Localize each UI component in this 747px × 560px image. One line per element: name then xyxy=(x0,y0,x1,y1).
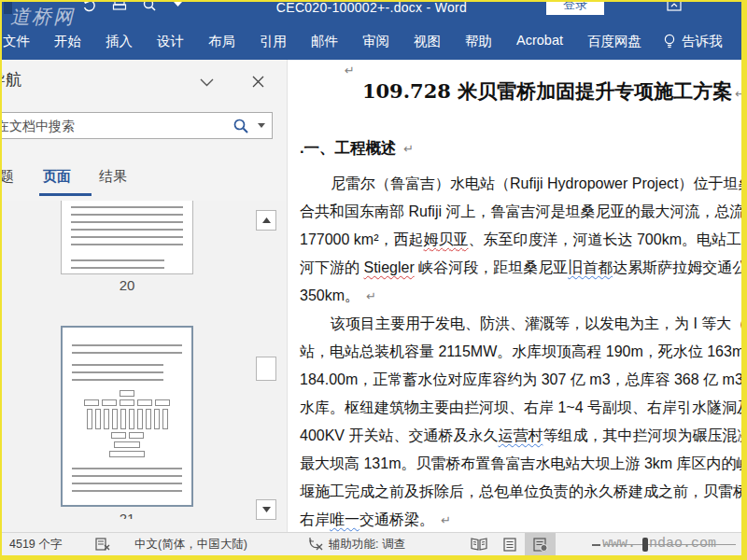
url-watermark-prefix: www. xyxy=(602,533,636,555)
paragraph-mark: ↵ xyxy=(345,63,355,77)
status-bar: 4519 个字 中文(简体，中国大陆) 辅助功能: 调查 www. ndao. xyxy=(2,532,741,555)
nav-tab-3[interactable]: 结果 xyxy=(99,168,127,186)
ribbon-tab-7[interactable]: 邮件 xyxy=(299,33,350,50)
word-count[interactable]: 4519 个字 xyxy=(9,533,62,555)
nav-scrollbar[interactable] xyxy=(256,201,276,532)
doc-line: 堰施工完成之前及拆除后，总包单位负责的永久桥建成之前，贝雷桥为连 xyxy=(300,478,741,506)
doc-line: 184.00m，正常蓄水位对应库容约为 307 亿 m3，总库容 368 亿 m… xyxy=(300,366,741,394)
paragraph-mark: ↵ xyxy=(437,513,451,527)
doc-line: 尼雷尔（鲁富吉）水电站（Rufiji Hydropower Project）位于… xyxy=(300,170,741,198)
scroll-down-icon[interactable] xyxy=(256,499,276,520)
tell-me-box[interactable]: 告诉我 xyxy=(654,33,723,50)
doc-line: 最大坝高 131m。贝雷桥布置鲁富吉水电站大坝上游 3km 库区内的峡谷上， xyxy=(300,450,741,478)
ribbon-tab-9[interactable]: 视图 xyxy=(402,33,453,50)
ribbon-tab-6[interactable]: 引用 xyxy=(247,33,299,50)
paragraph-mark: ↵ xyxy=(403,142,414,156)
url-watermark-suffix: ndao.com xyxy=(649,533,716,555)
site-watermark: 道桥网 xyxy=(10,4,75,30)
doc-line: 河下游的 Stiegler 峡谷河段，距坦桑尼亚旧首都达累斯萨拉姆交通公路里 xyxy=(300,254,741,282)
view-switcher xyxy=(463,533,556,555)
word-window: 道桥网 CEC020-100002+-.docx - Word 登录 文件开始插… xyxy=(0,0,747,560)
search-input[interactable] xyxy=(2,113,225,138)
zoom-slider-handle[interactable] xyxy=(642,538,648,552)
document-canvas[interactable]: ↵ 109.728 米贝雷桥加固提升专项施工方案↵ .一、工程概述 ↵ 尼雷尔（… xyxy=(288,60,741,532)
doc-line: 350km。 ↵ xyxy=(300,282,741,310)
scrollbar-thumb[interactable] xyxy=(256,357,276,381)
doc-line: 站，电站总装机容量 2115MW。水库坝顶高程 190m，死水位 163m，正常… xyxy=(300,338,741,366)
ribbon-tab-8[interactable]: 审阅 xyxy=(350,33,402,50)
ribbon-tabs: 文件开始插入设计布局引用邮件审阅视图帮助Acrobat百度网盘 xyxy=(11,33,654,50)
title-bar: CEC020-100002+-.docx - Word 登录 xyxy=(2,2,741,22)
nav-tab-active-underline xyxy=(39,193,92,196)
read-mode-icon[interactable] xyxy=(463,533,494,555)
ribbon-tab-5[interactable]: 布局 xyxy=(196,33,247,50)
doc-body: 尼雷尔（鲁富吉）水电站（Rufiji Hydropower Project）位于… xyxy=(300,170,741,532)
ribbon-tab-1[interactable]: 文件 xyxy=(2,33,42,50)
page-number-label: 20 xyxy=(61,277,193,293)
lightbulb-icon xyxy=(663,34,676,49)
zoom-out-icon[interactable] xyxy=(592,544,600,546)
nav-pane-title: 导航 xyxy=(2,69,21,91)
ribbon-tab-2[interactable]: 开始 xyxy=(42,33,93,50)
doc-line: 合共和国东南部 Rufiji 河上，鲁富吉河是坦桑尼亚的最大河流，总流域 xyxy=(300,198,741,226)
tell-me-label: 告诉我 xyxy=(682,33,723,50)
ribbon-tab-4[interactable]: 设计 xyxy=(145,33,196,50)
doc-heading: .一、工程概述 ↵ xyxy=(300,138,414,159)
web-layout-icon[interactable] xyxy=(525,533,556,555)
thumbnail-flowchart xyxy=(70,390,184,457)
main-area: 导航 标题页面结果 xyxy=(2,60,741,532)
nav-tab-1[interactable]: 标题 xyxy=(2,168,14,186)
doc-line: 右岸唯一交通桥梁。 ↵ xyxy=(300,506,741,532)
navigation-pane: 导航 标题页面结果 xyxy=(2,60,288,532)
accessibility-status[interactable]: 辅助功能: 调查 xyxy=(329,533,405,555)
language-indicator[interactable]: 中文(简体，中国大陆) xyxy=(134,533,247,555)
doc-line: 该项目主要用于发电、防洪、灌溉等，以发电为主，为 I 等大（1）型 xyxy=(300,310,741,338)
nav-tab-2[interactable]: 页面 xyxy=(43,168,71,186)
ribbon-tab-bar: 文件开始插入设计布局引用邮件审阅视图帮助Acrobat百度网盘 告诉我 xyxy=(2,22,741,60)
login-button[interactable]: 登录 xyxy=(546,2,604,15)
paragraph-mark: ↵ xyxy=(735,87,741,101)
doc-line: 177000 km²，西起姆贝亚、东至印度洋，河道长达 700km。电站工程区位… xyxy=(300,226,741,254)
doc-title: 109.728 米贝雷桥加固提升专项施工方案↵ xyxy=(288,78,741,105)
print-layout-icon[interactable] xyxy=(494,533,525,555)
ribbon-tab-3[interactable]: 插入 xyxy=(93,33,145,50)
paragraph-mark: ↵ xyxy=(362,289,376,303)
window-title: CEC020-100002+-.docx - Word xyxy=(2,2,741,15)
doc-line: 水库。枢纽建筑物主要由拦河坝、右岸 1~4 号副坝、右岸引水隧洞及地面厂 xyxy=(300,394,741,422)
close-icon[interactable] xyxy=(252,76,264,88)
page-thumbnail-list: 20 21 xyxy=(2,201,287,532)
doc-line: 400KV 开关站、交通桥及永久运营村等组成，其中拦河坝为碾压混凝土重 xyxy=(300,422,741,450)
ribbon-display-options-icon[interactable] xyxy=(667,2,682,13)
nav-search-box xyxy=(2,112,273,139)
page-thumbnail-selected[interactable] xyxy=(61,326,193,507)
scroll-up-icon[interactable] xyxy=(256,210,276,231)
page-thumbnail[interactable] xyxy=(61,201,193,274)
zoom-slider[interactable]: www. ndao.com xyxy=(586,533,738,555)
chevron-down-icon[interactable] xyxy=(200,78,214,87)
proofing-icon[interactable] xyxy=(95,537,110,552)
accessibility-icon xyxy=(308,537,324,552)
ribbon-tab-12[interactable]: 百度网盘 xyxy=(575,33,654,50)
ribbon-tab-10[interactable]: 帮助 xyxy=(453,33,504,50)
page-number-label: 21 xyxy=(61,511,193,519)
ribbon-tab-11[interactable]: Acrobat xyxy=(504,33,575,50)
search-icon[interactable] xyxy=(233,118,249,134)
search-dropdown-icon[interactable] xyxy=(258,123,265,128)
